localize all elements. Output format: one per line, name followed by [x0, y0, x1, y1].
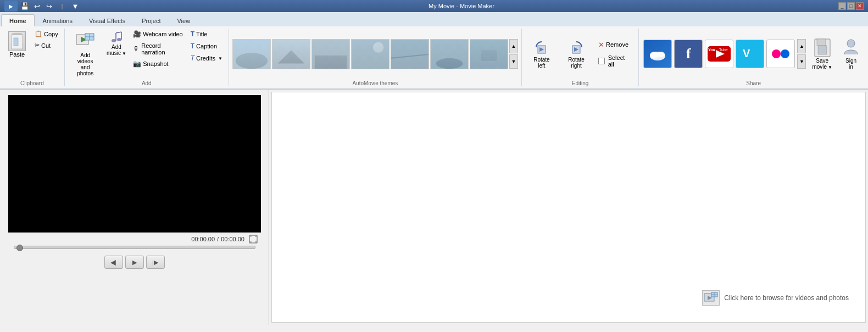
svg-rect-21 [391, 40, 429, 69]
close-button[interactable]: ✕ [856, 2, 864, 10]
camera-icon: 📷 [133, 60, 141, 68]
copy-button[interactable]: 📋 Copy [32, 29, 61, 39]
vimeo-button[interactable]: V [736, 40, 764, 68]
clipboard-group: Paste 📋 Copy ✂ Cut Clipboard [0, 29, 65, 86]
tab-animations[interactable]: Animations [35, 14, 81, 26]
theme-item-5[interactable] [391, 39, 429, 69]
video-preview [8, 95, 261, 233]
maximize-button[interactable]: □ [847, 2, 855, 10]
save-movie-button[interactable]: Savemovie▼ [808, 36, 836, 72]
time-total: 00:00.00 [221, 236, 244, 242]
svg-point-14 [236, 53, 268, 69]
theme-item-3[interactable] [311, 39, 350, 69]
facebook-icon: f [686, 46, 691, 62]
redo-quick-btn[interactable]: ↪ [44, 1, 54, 11]
automovie-group: ▲ ▼ AutoMovie themes [229, 29, 522, 86]
rotate-left-button[interactable]: Rotate left [526, 37, 557, 71]
theme-item-1[interactable] [232, 39, 271, 69]
theme-item-7[interactable] [470, 39, 508, 69]
qa-separator: | [57, 1, 67, 11]
forward-button[interactable]: |▶ [146, 256, 165, 269]
svg-rect-2 [14, 38, 18, 46]
fullscreen-icon[interactable] [249, 235, 258, 244]
paste-label: Paste [9, 51, 25, 58]
svg-rect-15 [272, 40, 310, 69]
caption-button[interactable]: T Caption [188, 41, 225, 52]
editing-content: Rotate left Rotate right ✕ Remove [526, 29, 635, 79]
add-videos-photos-button[interactable]: Add videosand photos [68, 29, 103, 79]
add-group: Add videosand photos Addmusic▼ [65, 29, 229, 86]
credits-label: Credits [196, 55, 215, 62]
rotate-right-button[interactable]: Rotate right [559, 37, 593, 71]
onedrive-button[interactable] [643, 40, 672, 68]
svg-rect-42 [817, 39, 826, 46]
microphone-icon: 🎙 [133, 45, 140, 53]
window-controls: _ □ ✕ [838, 2, 864, 10]
snapshot-button[interactable]: 📷 Snapshot [130, 58, 187, 69]
add-videos-photos-icon [75, 31, 95, 51]
add-group-label: Add [68, 79, 225, 86]
caption-label: Caption [196, 43, 217, 49]
svg-rect-25 [470, 40, 508, 69]
select-all-checkbox [598, 58, 605, 64]
snapshot-label: Snapshot [143, 60, 168, 67]
cut-button[interactable]: ✂ Cut [32, 40, 61, 51]
share-scroll-down[interactable]: ▼ [797, 54, 806, 69]
tab-home[interactable]: Home [1, 14, 35, 26]
select-all-button[interactable]: Select all [596, 53, 634, 69]
theme-item-4[interactable] [351, 39, 390, 69]
facebook-button[interactable]: f [674, 40, 703, 68]
svg-line-12 [116, 32, 121, 33]
youtube-button[interactable]: You Tube [705, 40, 733, 68]
themes-scroll-up[interactable]: ▲ [509, 39, 518, 53]
title-label: Title [196, 31, 207, 37]
record-narration-button[interactable]: 🎙 Record narration [130, 41, 187, 57]
remove-button[interactable]: ✕ Remove [596, 39, 634, 51]
themes-scroll-down[interactable]: ▼ [509, 54, 518, 69]
cut-icon: ✂ [35, 42, 40, 49]
tab-visual-effects[interactable]: Visual Effects [81, 14, 133, 26]
title-button[interactable]: T Title [188, 29, 225, 40]
svg-line-22 [391, 54, 429, 58]
storyboard-hint[interactable]: Click here to browse for videos and phot… [702, 290, 849, 306]
storyboard-panel[interactable]: Click here to browse for videos and phot… [271, 92, 866, 323]
svg-rect-43 [818, 46, 827, 54]
paste-button[interactable]: Paste [3, 29, 31, 60]
sign-in-button[interactable]: Signin [838, 36, 864, 72]
svg-rect-19 [352, 40, 389, 69]
music-icon [110, 31, 123, 44]
credits-icon: T [191, 54, 194, 62]
webcam-label: Webcam video [143, 31, 183, 37]
share-scroll: ▲ ▼ [797, 39, 806, 69]
rewind-button[interactable]: ◀| [104, 256, 123, 269]
app-menu-button[interactable]: ▶ [4, 1, 18, 12]
webcam-video-button[interactable]: 🎥 Webcam video [130, 29, 187, 40]
storyboard-hint-text[interactable]: Click here to browse for videos and phot… [724, 294, 849, 302]
save-movie-label: Savemovie▼ [812, 58, 832, 70]
minimize-button[interactable]: _ [838, 2, 846, 10]
credits-button[interactable]: T Credits ▼ [188, 53, 225, 64]
theme-item-6[interactable] [430, 39, 469, 69]
rotate-left-label: Rotate left [530, 57, 554, 69]
svg-marker-16 [278, 50, 305, 63]
customize-quick-btn[interactable]: ▼ [70, 1, 80, 11]
svg-text:V: V [743, 47, 750, 59]
select-all-label: Select all [608, 54, 632, 68]
theme-item-2[interactable] [272, 39, 310, 69]
share-scroll-up[interactable]: ▲ [797, 39, 806, 53]
svg-text:Tube: Tube [719, 48, 728, 52]
tab-view[interactable]: View [169, 14, 198, 26]
tab-project[interactable]: Project [133, 14, 169, 26]
flickr-button[interactable] [766, 40, 795, 68]
share-group: f You Tube V [639, 29, 868, 86]
play-button[interactable]: ▶ [125, 256, 144, 269]
add-music-button[interactable]: Addmusic▼ [104, 29, 130, 58]
svg-rect-23 [431, 40, 468, 69]
clipboard-group-label: Clipboard [3, 79, 61, 86]
save-quick-btn[interactable]: 💾 [20, 1, 30, 11]
seek-bar[interactable] [14, 246, 255, 249]
time-display: 00:00.00 / 00:00.00 [191, 235, 258, 244]
svg-rect-17 [312, 40, 349, 69]
seek-thumb[interactable] [16, 245, 23, 251]
undo-quick-btn[interactable]: ↩ [32, 1, 42, 11]
